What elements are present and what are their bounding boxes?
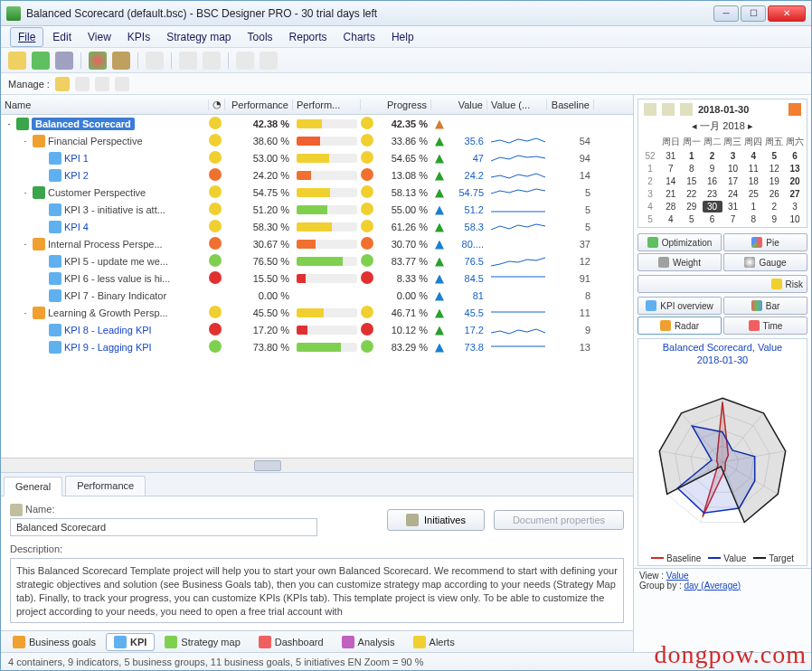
tree-row[interactable]: KPI 458.30 %61.26 %58.35 — [1, 218, 633, 235]
col-icon[interactable]: ◔ — [209, 99, 225, 110]
toolbar — [1, 48, 811, 73]
tree-row[interactable]: KPI 224.20 %13.08 %24.214 — [1, 166, 633, 184]
kpi-icon — [114, 636, 127, 648]
kpi-tree[interactable]: -Balanced Scorecard42.38 %42.35 %-Financ… — [1, 115, 633, 458]
calendar-grid[interactable]: 周日周一周二周三周四周五周六52311234561789101112132141… — [640, 135, 805, 225]
separator — [137, 52, 138, 69]
description-label: Description: — [10, 543, 624, 554]
tree-header: Name ◔ Performance Perform... Progress V… — [1, 95, 633, 115]
manage-icon-4 — [115, 77, 129, 91]
scrollbar-thumb[interactable] — [254, 460, 281, 471]
btab-dashboard[interactable]: Dashboard — [250, 633, 332, 651]
detail-tabs: General Performance — [1, 472, 633, 496]
col-baseline[interactable]: Baseline — [547, 99, 594, 110]
window-title: Balanced Scorecard (default.bsc) - BSC D… — [26, 7, 713, 20]
tree-row[interactable]: KPI 3 - initiative is att...51.20 %55.00… — [1, 201, 633, 218]
tree-row[interactable]: KPI 153.00 %54.65 %4794 — [1, 149, 633, 166]
statusbar: 4 containers, 9 indicators, 5 business g… — [1, 652, 811, 670]
tab-general[interactable]: General — [4, 477, 62, 496]
menu-tools[interactable]: Tools — [241, 28, 280, 46]
menu-help[interactable]: Help — [384, 28, 421, 46]
separator — [171, 52, 172, 69]
strategy-map-icon — [165, 636, 177, 648]
btab-kpi[interactable]: KPI — [106, 633, 155, 651]
rbtn-pie[interactable]: Pie — [723, 233, 807, 251]
analysis-icon — [342, 636, 354, 648]
pie-icon — [751, 237, 762, 248]
tree-row[interactable]: -Customer Perspective54.75 %58.13 %54.75… — [1, 184, 633, 201]
col-performance[interactable]: Performance — [225, 99, 293, 110]
menubar: File Edit View KPIs Strategy map Tools R… — [1, 26, 811, 48]
rbtn-weight[interactable]: Weight — [637, 253, 722, 271]
date-icon-2[interactable] — [662, 103, 675, 116]
initiatives-button[interactable]: Initiatives — [387, 509, 485, 531]
tree-row[interactable]: KPI 5 - update me we...76.50 %83.77 %76.… — [1, 252, 633, 269]
menu-file[interactable]: File — [10, 27, 43, 47]
col-value[interactable]: Value — [444, 99, 487, 110]
document-properties-button[interactable]: Document properties — [494, 510, 624, 530]
rbtn-gauge[interactable]: Gauge — [723, 253, 807, 271]
date-picker[interactable]: 2018-01-30 ◂ 一月 2018 ▸ 周日周一周二周三周四周五周六523… — [637, 99, 807, 228]
tree-row[interactable]: KPI 7 - Binary Indicator0.00 %0.00 %818 — [1, 287, 633, 304]
tree-row[interactable]: -Learning & Growth Persp...45.50 %46.71 … — [1, 304, 633, 321]
tree-row[interactable]: -Financial Perspective38.60 %33.86 %35.6… — [1, 132, 633, 149]
col-name[interactable]: Name — [1, 99, 209, 110]
btab-analysis[interactable]: Analysis — [334, 633, 403, 651]
optimization-icon — [647, 237, 658, 248]
radar-svg — [640, 367, 805, 548]
col-value-graph[interactable]: Value (... — [487, 99, 547, 110]
tree-row[interactable]: KPI 6 - less value is hi...15.50 %8.33 %… — [1, 269, 633, 287]
date-refresh-icon[interactable] — [788, 103, 801, 116]
description-text[interactable]: This Balanced Scorecard Template project… — [10, 558, 624, 623]
rbtn-kpi-overview[interactable]: KPI overview — [637, 297, 722, 315]
btab-strategy-map[interactable]: Strategy map — [156, 633, 248, 651]
rbtn-optimization[interactable]: Optimization — [637, 233, 722, 251]
maximize-button[interactable]: ☐ — [741, 5, 766, 22]
group-link[interactable]: day (Average) — [684, 581, 741, 591]
view-link[interactable]: Value — [666, 571, 689, 581]
name-icon — [10, 504, 23, 516]
radar-chart: Balanced Scorecard, Value2018-01-30 Base… — [637, 338, 807, 566]
initiatives-icon — [406, 514, 419, 526]
calendar-icon[interactable] — [680, 103, 693, 116]
tool-palette-icon[interactable] — [89, 52, 107, 70]
btab-business-goals[interactable]: Business goals — [5, 633, 104, 651]
menu-view[interactable]: View — [80, 28, 118, 46]
separator — [228, 52, 229, 69]
minimize-button[interactable]: ─ — [713, 5, 739, 22]
close-button[interactable]: ✕ — [768, 5, 806, 22]
rbtn-radar[interactable]: Radar — [637, 317, 722, 335]
menu-kpis[interactable]: KPIs — [120, 28, 157, 46]
chart-type-buttons-3: KPI overview Bar Radar Time — [637, 297, 807, 335]
app-icon — [6, 6, 21, 21]
col-perform-graph[interactable]: Perform... — [293, 99, 361, 110]
rbtn-bar[interactable]: Bar — [723, 297, 807, 315]
date-icon-1[interactable] — [644, 103, 656, 116]
menu-strategy[interactable]: Strategy map — [159, 28, 238, 46]
alerts-icon — [413, 636, 426, 648]
business-goals-icon — [13, 636, 25, 648]
rbtn-risk[interactable]: Risk — [637, 275, 807, 293]
tree-row[interactable]: KPI 9 - Lagging KPI73.80 %83.29 %73.813 — [1, 338, 633, 355]
tool-disabled-2-icon — [179, 52, 197, 70]
tool-save-icon[interactable] — [55, 52, 73, 70]
tool-disabled-1-icon — [146, 52, 164, 70]
tree-row[interactable]: KPI 8 - Leading KPI17.20 %10.12 %17.29 — [1, 321, 633, 338]
menu-reports[interactable]: Reports — [282, 28, 335, 46]
tool-new-icon[interactable] — [8, 52, 26, 70]
btab-alerts[interactable]: Alerts — [405, 633, 463, 651]
separator — [80, 52, 81, 69]
rbtn-time[interactable]: Time — [723, 317, 807, 335]
tool-copy-icon[interactable] — [112, 52, 130, 70]
tab-performance[interactable]: Performance — [65, 476, 146, 496]
horizontal-scrollbar[interactable] — [1, 458, 633, 472]
col-progress[interactable]: Progress — [377, 99, 431, 110]
tool-open-icon[interactable] — [32, 52, 50, 70]
menu-charts[interactable]: Charts — [336, 28, 382, 46]
name-field[interactable]: Balanced Scorecard — [10, 518, 317, 536]
manage-icon-1[interactable] — [55, 77, 70, 91]
tree-row[interactable]: -Balanced Scorecard42.38 %42.35 % — [1, 115, 633, 132]
manage-bar: Manage : — [1, 73, 811, 95]
menu-edit[interactable]: Edit — [45, 28, 79, 46]
tree-row[interactable]: -Internal Process Perspe...30.67 %30.70 … — [1, 235, 633, 252]
